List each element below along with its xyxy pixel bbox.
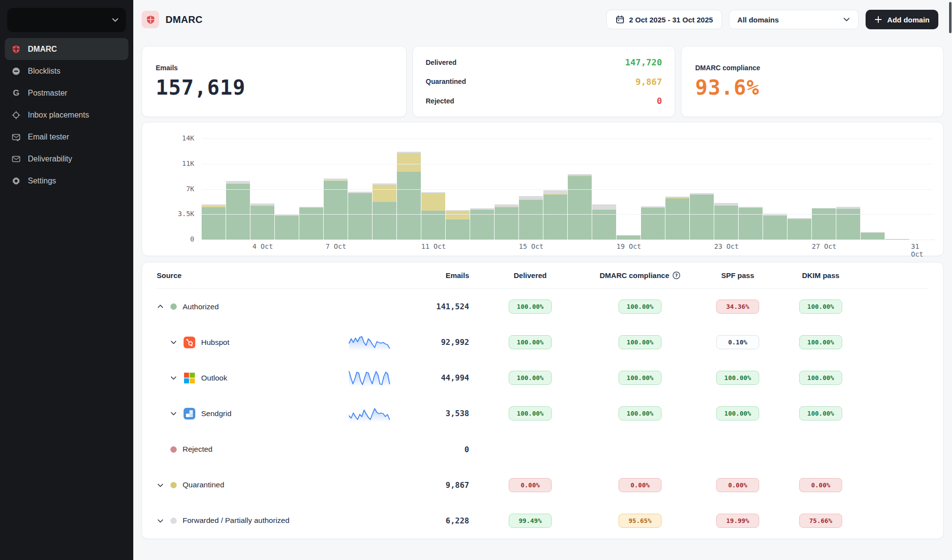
add-domain-button[interactable]: Add domain xyxy=(866,10,938,29)
expand-row-button[interactable] xyxy=(170,374,178,381)
domain-filter-select[interactable]: All domains xyxy=(729,10,859,29)
percentage-badge: 100.00% xyxy=(619,300,662,314)
bar-4-oct[interactable] xyxy=(250,203,275,240)
shield-icon xyxy=(11,44,21,54)
help-icon[interactable]: ? xyxy=(672,271,681,280)
bar-25-oct[interactable] xyxy=(763,214,787,240)
bar-28-oct[interactable] xyxy=(836,207,861,240)
table-row-authorized[interactable]: Authorized141,524100.00%100.00%34.36%100… xyxy=(157,289,929,324)
table-row-quarantined[interactable]: Quarantined9,8670.00%0.00%0.00%0.00% xyxy=(157,467,929,503)
emails-total-value: 157,619 xyxy=(156,76,393,100)
crosshair-icon xyxy=(11,110,21,120)
bar-7-oct[interactable] xyxy=(324,179,348,240)
bar-19-oct[interactable] xyxy=(617,235,641,240)
percentage-badge: 100.00% xyxy=(619,406,662,420)
bar-23-oct[interactable] xyxy=(714,203,739,240)
bar-segment xyxy=(641,208,665,240)
status-dot xyxy=(170,303,177,310)
col-emails: Emails xyxy=(406,271,469,280)
source-label: Outlook xyxy=(201,374,227,382)
bar-14-oct[interactable] xyxy=(495,204,519,240)
bar-6-oct[interactable] xyxy=(299,207,324,240)
bar-5-oct[interactable] xyxy=(275,215,299,240)
table-header-row: Source Emails Delivered DMARC compliance… xyxy=(157,262,929,289)
sidebar-item-dmarc[interactable]: DMARC xyxy=(5,38,128,60)
chevron-down-icon xyxy=(843,16,850,23)
source-label: Forwarded / Partially authorized xyxy=(183,516,290,525)
gridline xyxy=(202,139,933,139)
dmarc-compliance-cell: 100.00% xyxy=(591,335,689,349)
x-axis-tick: 4 Oct xyxy=(252,242,273,250)
bar-segment xyxy=(665,199,689,240)
date-range-picker[interactable]: 2 Oct 2025 - 31 Oct 2025 xyxy=(606,10,723,29)
chevron-up-icon xyxy=(157,303,164,310)
sidebar-item-postmaster[interactable]: G Postmaster xyxy=(5,82,128,104)
table-row-rejected[interactable]: Rejected0 xyxy=(157,432,929,467)
bar-segment xyxy=(690,195,714,240)
bar-segment xyxy=(787,219,811,240)
sparkline-cell xyxy=(332,404,406,423)
source-label: Rejected xyxy=(183,445,212,454)
table-row-sendgrid[interactable]: Sendgrid3,538100.00%100.00%100.00%100.00… xyxy=(157,396,929,431)
bar-8-oct[interactable] xyxy=(348,192,373,240)
bar-29-oct[interactable] xyxy=(861,232,885,240)
bar-11-oct[interactable] xyxy=(421,192,446,240)
bar-21-oct[interactable] xyxy=(665,197,690,240)
workspace-switcher[interactable] xyxy=(7,8,126,32)
bar-22-oct[interactable] xyxy=(690,193,714,240)
sidebar-item-inbox-placements[interactable]: Inbox placements xyxy=(5,104,128,126)
emails-count: 0 xyxy=(406,445,469,454)
bar-16-oct[interactable] xyxy=(543,190,568,240)
source-label: Quarantined xyxy=(183,480,224,489)
expand-row-button[interactable] xyxy=(170,339,178,346)
dkim-pass-cell: 75.66% xyxy=(786,514,855,528)
percentage-badge: 95.65% xyxy=(619,514,662,528)
bar-18-oct[interactable] xyxy=(592,204,617,240)
percentage-badge: 19.99% xyxy=(716,514,759,528)
sidebar-nav: DMARC Blocklists G Postmaster Inbox plac… xyxy=(5,38,128,192)
bar-15-oct[interactable] xyxy=(519,196,543,240)
top-bar: DMARC 2 Oct 2025 - 31 Oct 2025 All domai… xyxy=(133,0,952,39)
page-title: DMARC xyxy=(166,14,203,25)
bar-24-oct[interactable] xyxy=(739,207,763,240)
y-axis-tick: 7K xyxy=(148,185,194,193)
compliance-card: DMARC compliance 93.6% xyxy=(681,46,944,117)
y-axis-tick: 11K xyxy=(148,160,194,167)
bar-13-oct[interactable] xyxy=(470,208,495,240)
gear-icon xyxy=(11,176,21,186)
percentage-badge: 100.00% xyxy=(799,406,842,420)
bar-segment xyxy=(836,209,860,240)
collapse-row-button[interactable] xyxy=(157,303,165,310)
expand-row-button[interactable] xyxy=(157,517,165,524)
delivered-cell: 100.00% xyxy=(469,335,591,349)
sidebar-item-deliverability[interactable]: Deliverability xyxy=(5,148,128,170)
bar-27-oct[interactable] xyxy=(812,208,836,240)
chevron-down-icon xyxy=(157,517,164,524)
bar-2-oct[interactable] xyxy=(202,204,226,240)
bar-segment xyxy=(714,206,738,240)
table-row-outlook[interactable]: Outlook44,994100.00%100.00%100.00%100.00… xyxy=(157,360,929,396)
bar-9-oct[interactable] xyxy=(373,183,397,240)
bar-segment xyxy=(519,196,543,200)
bar-17-oct[interactable] xyxy=(568,174,592,240)
sendgrid-icon xyxy=(184,408,195,420)
expand-row-button[interactable] xyxy=(170,410,178,417)
sidebar-item-blocklists[interactable]: Blocklists xyxy=(5,60,128,82)
col-spf-pass: SPF pass xyxy=(689,271,786,280)
status-dot xyxy=(170,518,177,524)
bar-26-oct[interactable] xyxy=(787,218,812,240)
percentage-badge: 100.00% xyxy=(509,300,552,314)
table-row-hubspot[interactable]: Hubspot92,992100.00%100.00%0.10%100.00% xyxy=(157,324,929,360)
sidebar-item-settings[interactable]: Settings xyxy=(5,170,128,192)
bar-20-oct[interactable] xyxy=(641,206,665,240)
bar-segment xyxy=(397,172,421,240)
chevron-down-icon xyxy=(157,481,164,489)
x-axis-tick: 11 Oct xyxy=(421,242,446,250)
bar-3-oct[interactable] xyxy=(226,181,250,240)
table-row-forwarded-partially-authorized[interactable]: Forwarded / Partially authorized6,22899.… xyxy=(157,503,929,539)
sidebar-item-email-tester[interactable]: Email tester xyxy=(5,126,128,148)
expand-row-button[interactable] xyxy=(157,481,165,489)
microsoft-outlook-icon xyxy=(184,372,195,384)
bar-10-oct[interactable] xyxy=(397,152,421,240)
delivered-value: 147,720 xyxy=(625,57,662,67)
